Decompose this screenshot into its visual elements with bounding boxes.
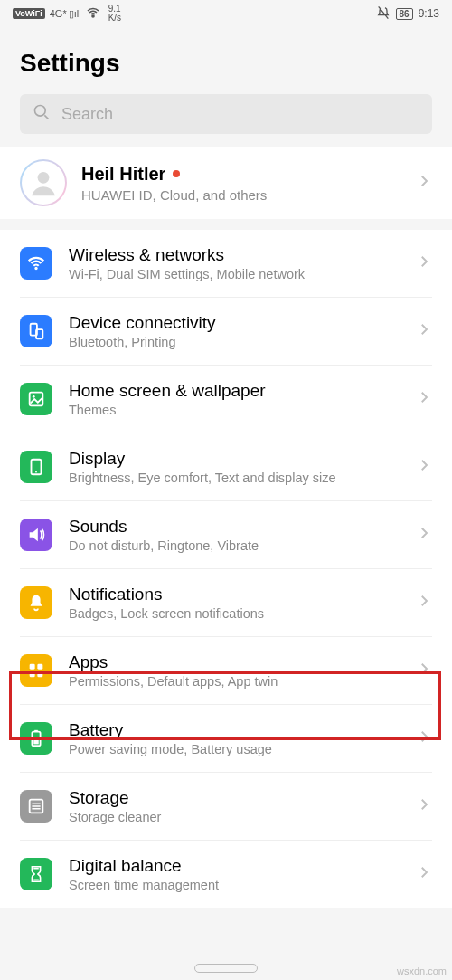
watermark: wsxdn.com	[397, 966, 447, 976]
item-text: Apps Permissions, Default apps, App twin	[69, 652, 400, 689]
settings-item-digital[interactable]: Digital balance Screen time management	[20, 841, 432, 908]
chevron-right-icon	[416, 173, 432, 193]
item-text: Device connectivity Bluetooth, Printing	[69, 313, 400, 349]
item-text: Wireless & networks Wi-Fi, Dual SIM sett…	[69, 245, 400, 281]
svg-rect-10	[30, 664, 35, 670]
settings-item-notifications[interactable]: Notifications Badges, Lock screen notifi…	[20, 569, 432, 637]
settings-list: Wireless & networks Wi-Fi, Dual SIM sett…	[0, 230, 452, 908]
settings-item-wireless[interactable]: Wireless & networks Wi-Fi, Dual SIM sett…	[20, 230, 432, 298]
item-title: Display	[69, 449, 400, 469]
profile-item[interactable]: Heil Hitler HUAWEI ID, Cloud, and others	[0, 147, 452, 219]
gesture-bar	[194, 964, 258, 973]
display-icon	[20, 451, 52, 483]
apps-icon	[20, 654, 52, 687]
item-title: Wireless & networks	[69, 245, 400, 265]
item-subtitle: Screen time management	[69, 878, 400, 892]
status-right: 86 9:13	[376, 5, 439, 23]
settings-item-device[interactable]: Device connectivity Bluetooth, Printing	[20, 298, 432, 366]
search-icon	[33, 103, 51, 125]
svg-point-0	[92, 15, 94, 17]
item-subtitle: Do not disturb, Ringtone, Vibrate	[69, 538, 400, 553]
battery-indicator: 86	[396, 8, 413, 20]
item-subtitle: Storage cleaner	[69, 810, 400, 824]
wireless-icon	[20, 247, 52, 280]
chevron-right-icon	[416, 321, 432, 341]
network-indicator: 4G* ▯ıll	[50, 8, 81, 20]
signal-icon: ▯ıll	[69, 8, 81, 20]
sounds-icon	[20, 519, 52, 551]
settings-item-battery[interactable]: Battery Power saving mode, Battery usage	[20, 705, 432, 773]
clock: 9:13	[419, 7, 439, 20]
item-title: Home screen & wallpaper	[69, 381, 400, 401]
item-title: Apps	[69, 652, 400, 672]
chevron-right-icon	[416, 253, 432, 273]
profile-name: Heil Hitler	[81, 164, 165, 185]
item-text: Sounds Do not disturb, Ringtone, Vibrate	[69, 517, 400, 553]
notifications-icon	[20, 586, 52, 619]
chevron-right-icon	[416, 864, 432, 884]
wifi-icon	[86, 5, 100, 23]
network-type: 4G*	[50, 8, 67, 19]
chevron-right-icon	[416, 389, 432, 409]
item-title: Notifications	[69, 585, 400, 604]
svg-rect-13	[37, 671, 42, 677]
item-subtitle: Themes	[69, 403, 400, 417]
item-title: Battery	[69, 720, 400, 740]
settings-item-storage[interactable]: Storage Storage cleaner	[20, 773, 432, 841]
item-subtitle: Permissions, Default apps, App twin	[69, 674, 400, 689]
item-title: Device connectivity	[69, 313, 400, 333]
item-text: Home screen & wallpaper Themes	[69, 381, 400, 417]
item-text: Notifications Badges, Lock screen notifi…	[69, 585, 400, 621]
svg-rect-16	[33, 738, 39, 744]
chevron-right-icon	[416, 796, 432, 816]
svg-point-2	[38, 172, 50, 184]
page-title: Settings	[0, 27, 452, 94]
svg-point-3	[34, 267, 37, 270]
home-icon	[20, 383, 52, 415]
device-icon	[20, 315, 52, 347]
settings-item-apps[interactable]: Apps Permissions, Default apps, App twin	[20, 637, 432, 705]
item-title: Sounds	[69, 517, 400, 537]
search-input[interactable]: Search	[20, 94, 432, 134]
vowifi-badge: VoWiFi	[13, 8, 45, 19]
item-subtitle: Wi-Fi, Dual SIM settings, Mobile network	[69, 267, 400, 281]
svg-point-7	[33, 395, 35, 398]
item-text: Storage Storage cleaner	[69, 788, 400, 824]
item-text: Display Brightness, Eye comfort, Text an…	[69, 449, 400, 485]
item-subtitle: Brightness, Eye comfort, Text and displa…	[69, 471, 400, 485]
mute-icon	[376, 5, 391, 23]
chevron-right-icon	[416, 457, 432, 477]
item-subtitle: Bluetooth, Printing	[69, 335, 400, 349]
svg-rect-11	[37, 664, 42, 670]
chevron-right-icon	[416, 661, 432, 680]
svg-rect-15	[34, 730, 38, 732]
status-bar: VoWiFi 4G* ▯ıll 9.1 K/s 86 9:13	[0, 0, 452, 27]
chevron-right-icon	[416, 728, 432, 748]
search-placeholder: Search	[61, 105, 113, 124]
svg-point-1	[35, 106, 46, 117]
settings-item-home[interactable]: Home screen & wallpaper Themes	[20, 366, 432, 433]
profile-subtitle: HUAWEI ID, Cloud, and others	[81, 187, 401, 203]
svg-point-9	[35, 471, 37, 473]
item-text: Battery Power saving mode, Battery usage	[69, 720, 400, 756]
notification-dot	[173, 170, 180, 177]
item-text: Digital balance Screen time management	[69, 856, 400, 892]
battery-icon	[20, 722, 52, 755]
chevron-right-icon	[416, 593, 432, 613]
storage-icon	[20, 790, 52, 823]
item-subtitle: Badges, Lock screen notifications	[69, 606, 400, 621]
svg-rect-12	[30, 671, 35, 677]
item-title: Storage	[69, 788, 400, 808]
profile-text: Heil Hitler HUAWEI ID, Cloud, and others	[81, 164, 401, 203]
settings-item-sounds[interactable]: Sounds Do not disturb, Ringtone, Vibrate	[20, 501, 432, 569]
avatar	[20, 159, 67, 206]
status-left: VoWiFi 4G* ▯ıll 9.1 K/s	[13, 5, 121, 23]
item-subtitle: Power saving mode, Battery usage	[69, 742, 400, 756]
speed-indicator: 9.1 K/s	[108, 5, 121, 23]
chevron-right-icon	[416, 525, 432, 545]
digital-icon	[20, 858, 52, 890]
item-title: Digital balance	[69, 856, 400, 876]
settings-item-display[interactable]: Display Brightness, Eye comfort, Text an…	[20, 433, 432, 501]
